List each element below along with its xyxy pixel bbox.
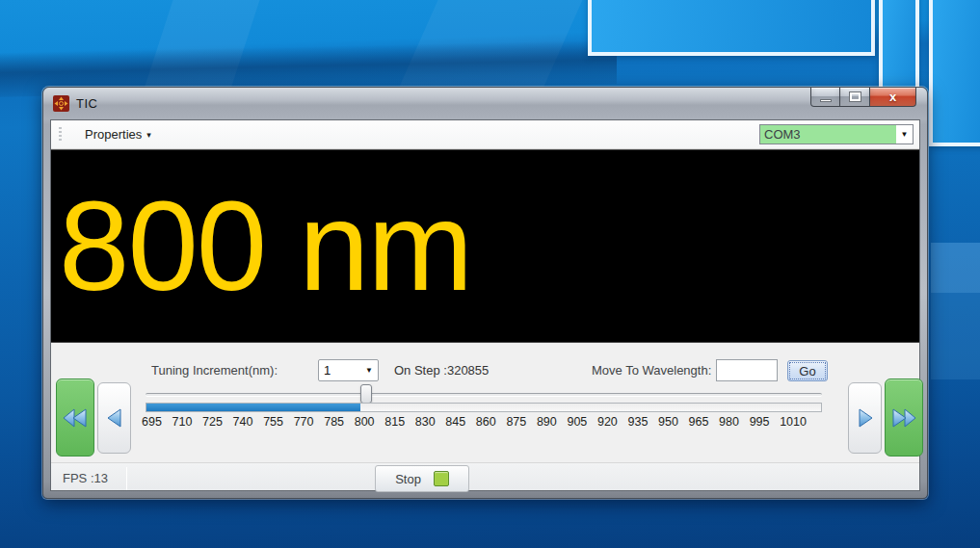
tuning-increment-label: Tuning Increment(nm): [151,363,278,378]
go-button[interactable]: Go [787,360,828,381]
minimize-button[interactable] [810,88,840,107]
left-arrow-icon [104,407,125,429]
slider-tick-label: 905 [567,415,587,429]
app-icon [53,95,69,112]
com-port-dropdown[interactable]: COM3 ▼ [759,124,914,144]
on-step-readout: On Step :320855 [394,363,489,378]
slider-tick-label: 995 [750,415,770,429]
dropdown-arrow-icon: ▼ [896,125,913,144]
slider-tick-label: 710 [172,415,193,429]
toolbar-grip-icon [59,127,62,143]
move-to-wavelength-label: Move To Wavelength: [592,363,711,378]
close-icon: x [889,90,896,104]
slider-tick-label: 785 [324,415,344,429]
stop-button[interactable]: Stop [375,465,469,492]
slider-tick-label: 950 [658,415,678,429]
double-right-arrow-icon [890,407,917,429]
increase-button[interactable] [848,382,882,454]
slider-tick-label: 845 [445,415,465,429]
slider-tick-label: 770 [294,415,314,429]
wavelength-slider-thumb[interactable] [360,384,372,404]
wavelength-progress-bar [146,403,822,412]
stop-button-label: Stop [395,472,421,486]
slider-tick-label: 890 [537,415,557,429]
slider-tick-label: 935 [628,415,649,429]
chevron-down-icon: ▾ [146,130,151,140]
slider-tick-label: 800 [355,415,375,429]
properties-menu[interactable]: Properties ▾ [75,123,161,145]
status-bar: FPS :13 Stop [51,462,919,490]
slider-tick-label: 860 [476,415,496,429]
wallpaper-window-pane [929,0,980,146]
dropdown-arrow-icon: ▼ [360,366,378,375]
status-separator [126,467,127,490]
window-title: TIC [76,96,97,111]
close-button[interactable]: x [870,88,916,107]
move-to-wavelength-input[interactable] [716,359,778,381]
tuning-increment-value: 1 [319,363,360,378]
fps-readout: FPS :13 [63,471,108,485]
wavelength-display: 800 nm [51,149,919,343]
control-panel: Tuning Increment(nm): 1 ▼ On Step :32085… [51,343,919,462]
slider-tick-label: 695 [142,415,162,429]
go-button-label: Go [799,364,815,378]
window-controls: x [810,88,916,107]
titlebar[interactable]: TIC x [43,88,927,119]
wallpaper-glow [931,243,980,293]
slider-tick-label: 965 [689,415,709,429]
maximize-icon [850,92,861,101]
slider-tick-label: 830 [415,415,436,429]
slider-tick-label: 980 [719,415,739,429]
fast-decrease-button[interactable] [56,378,94,457]
window-client-area: Properties ▾ COM3 ▼ 800 nm Tuning Increm… [50,119,920,491]
wavelength-readout: 800 nm [51,173,471,319]
decrease-button[interactable] [97,382,131,454]
slider-tick-label: 815 [384,415,405,429]
double-left-arrow-icon [62,407,89,429]
slider-tick-label: 875 [506,415,526,429]
properties-menu-label: Properties [85,127,142,142]
slider-tick-label: 755 [263,415,283,429]
slider-tick-label: 725 [202,415,223,429]
slider-tick-label: 920 [597,415,618,429]
desktop-wallpaper: TIC x Properties ▾ [0,0,980,548]
wavelength-slider-track[interactable] [146,393,822,397]
slider-tick-label: 740 [233,415,253,429]
com-port-value: COM3 [760,125,896,144]
wallpaper-glow [931,293,980,379]
maximize-button[interactable] [840,88,870,107]
fast-increase-button[interactable] [885,378,923,457]
app-window: TIC x Properties ▾ [42,87,928,499]
status-led-icon [434,471,449,486]
menu-bar: Properties ▾ COM3 ▼ [51,120,919,149]
right-arrow-icon [855,407,876,429]
tuning-increment-dropdown[interactable]: 1 ▼ [318,359,379,381]
slider-tick-label: 1010 [780,415,807,429]
minimize-icon [820,99,832,102]
wavelength-progress-fill [146,404,360,411]
wavelength-scale: 6957107257407557707858008158308458608758… [142,415,807,429]
wallpaper-window-pane [588,0,875,56]
